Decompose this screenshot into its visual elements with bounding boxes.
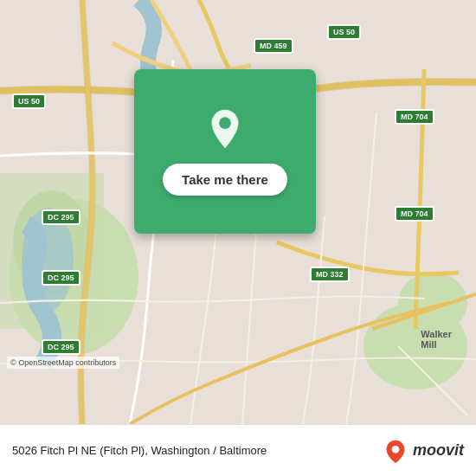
address-text: 5026 Fitch Pl NE (Fitch Pl), — [12, 444, 148, 457]
road-badge-dc295-mid: DC 295 — [42, 270, 80, 286]
road-badge-md459: MD 459 — [254, 38, 293, 54]
location-pin-icon — [204, 108, 246, 150]
moovit-logo: moovit — [383, 439, 464, 463]
map-container: US 50 US 50 MD 459 MD 704 MD 704 MD 332 … — [0, 0, 476, 424]
svg-point-7 — [219, 117, 231, 129]
road-badge-us50-left: US 50 — [12, 93, 46, 109]
osm-attribution: © OpenStreetMap contributors — [7, 357, 119, 369]
take-me-there-button[interactable]: Take me there — [163, 164, 287, 196]
road-badge-md332: MD 332 — [310, 267, 350, 282]
address-block: 5026 Fitch Pl NE (Fitch Pl), Washington … — [12, 444, 267, 457]
road-badge-md704-top: MD 704 — [395, 109, 434, 125]
city-text: Washington / Baltimore — [151, 444, 267, 457]
road-badge-dc295-bot: DC 295 — [42, 339, 80, 355]
svg-point-8 — [392, 445, 400, 453]
address-line: 5026 Fitch Pl NE (Fitch Pl), Washington … — [12, 444, 267, 457]
moovit-text: moovit — [413, 441, 464, 460]
road-badge-dc295-top: DC 295 — [42, 209, 80, 225]
road-badge-md704-bottom: MD 704 — [395, 206, 434, 222]
road-badge-us50-right: US 50 — [327, 24, 361, 40]
moovit-pin-icon — [383, 439, 408, 463]
overlay-card: Take me there — [134, 69, 316, 234]
walker-mill-label: WalkerMill — [421, 329, 452, 350]
bottom-bar: 5026 Fitch Pl NE (Fitch Pl), Washington … — [0, 424, 476, 476]
svg-point-5 — [398, 273, 467, 333]
